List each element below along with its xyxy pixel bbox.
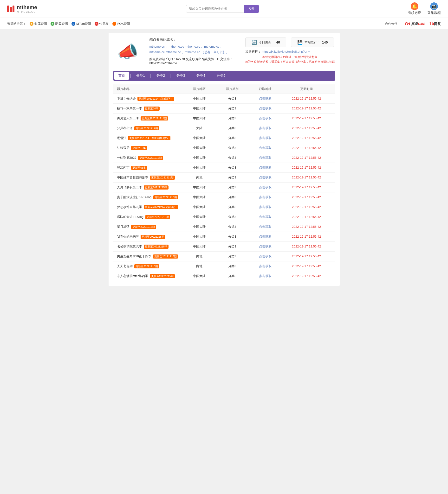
row-type-0: 分类3 [216, 97, 249, 101]
row-link-anchor-10[interactable]: 点击获取 [259, 195, 271, 199]
row-title-17: 天天七点钟 更新至20221215期 [117, 264, 183, 268]
row-link-anchor-4[interactable]: 点击获取 [259, 136, 271, 140]
row-link-anchor-3[interactable]: 点击获取 [259, 126, 271, 130]
row-badge-0: 更新至20221214（第6期下） [138, 97, 174, 101]
row-badge-18: 更新至20221215期 [150, 274, 175, 278]
stat-today: 🔄 今日更新： 40 [245, 37, 286, 47]
row-link-0[interactable]: 点击获取 [249, 97, 282, 101]
row-title-text-16: 男生女生向前冲第十四季 [117, 254, 152, 258]
row-title-text-8: 中国好声音越剧特别季 [117, 175, 148, 179]
resource-item-kudou[interactable]: ▶ 酷豆资源 [51, 22, 68, 26]
nav-cat4[interactable]: 分类4 [192, 71, 210, 81]
row-link-anchor-9[interactable]: 点击获取 [259, 185, 271, 189]
nav-cat1[interactable]: 分类1 [131, 71, 150, 81]
row-link-anchor-17[interactable]: 点击获取 [259, 264, 271, 268]
nav-sep-2: | [150, 74, 152, 78]
site-links: mtheme.cc 、mtheme.cc mtheme.cc 、mtheme.c… [150, 44, 238, 55]
table-row: 下班！去约会 更新至20221214（第6期下） 中国大陆 分类3 点击获取 2… [113, 94, 335, 104]
row-link-anchor-1[interactable]: 点击获取 [259, 107, 271, 110]
row-link-3[interactable]: 点击获取 [249, 126, 282, 130]
resource-item-kuaijing[interactable]: K 快竞技 [95, 22, 109, 26]
row-region-16: 内地 [183, 254, 216, 259]
nav-cat3[interactable]: 分类3 [172, 71, 190, 81]
row-link-18[interactable]: 点击获取 [249, 274, 282, 278]
row-link-anchor-8[interactable]: 点击获取 [259, 175, 271, 179]
row-link-anchor-5[interactable]: 点击获取 [259, 146, 271, 149]
nav-home[interactable]: 首页 [114, 72, 129, 80]
partner-t5[interactable]: T5网复 [429, 21, 441, 26]
cdn-area: 加速解析： https://jx.kujiexi.net/m3u8.php?ur… [245, 49, 335, 54]
row-time-9: 2022-12-17 12:55:42 [282, 185, 331, 189]
row-link-9[interactable]: 点击获取 [249, 185, 282, 189]
row-link-anchor-0[interactable]: 点击获取 [259, 97, 271, 100]
row-link-12[interactable]: 点击获取 [249, 215, 282, 219]
row-link-14[interactable]: 点击获取 [249, 235, 282, 239]
row-link-6[interactable]: 点击获取 [249, 156, 282, 160]
row-link-2[interactable]: 点击获取 [249, 116, 282, 121]
row-type-3: 分类3 [216, 126, 249, 130]
row-time-0: 2022-12-17 12:55:42 [282, 97, 331, 100]
row-link-anchor-12[interactable]: 点击获取 [259, 215, 271, 219]
row-time-11: 2022-12-17 12:55:42 [282, 205, 331, 209]
row-link-1[interactable]: 点击获取 [249, 106, 282, 111]
row-link-anchor-14[interactable]: 点击获取 [259, 235, 271, 238]
row-link-anchor-18[interactable]: 点击获取 [259, 274, 271, 278]
row-link-13[interactable]: 点击获取 [249, 225, 282, 229]
row-title-6: 一站到底2022 更新至20221212期 [117, 156, 183, 160]
logo-bar-2 [10, 7, 12, 12]
cdn-notice-1: 本站使用国内CDN加速，速度快到无法想象 [245, 55, 335, 59]
row-link-16[interactable]: 点击获取 [249, 254, 282, 259]
row-badge-12: 更新至20221215期 [145, 215, 170, 219]
row-time-18: 2022-12-17 12:55:42 [282, 274, 331, 278]
today-label: 今日更新： [259, 40, 274, 45]
row-title-text-18: 令人心动的offer第四季 [117, 274, 148, 278]
row-region-10: 中国大陆 [183, 195, 216, 199]
cdn-link[interactable]: https://jx.kujiexi.net/m3u8.php?url= [262, 50, 310, 53]
row-link-8[interactable]: 点击获取 [249, 175, 282, 180]
resource-item-fox[interactable]: F FOX资源 [112, 22, 130, 26]
row-badge-10: 更新至20221215期 [153, 195, 178, 199]
megaphone-icon: 📣 [117, 42, 138, 62]
row-link-4[interactable]: 点击获取 [249, 136, 282, 140]
row-link-anchor-2[interactable]: 点击获取 [259, 116, 271, 120]
row-title-text-9: 大湾仔的夜第二季 [117, 185, 142, 189]
kudou-dot: ▶ [51, 22, 54, 26]
today-value: 40 [276, 40, 280, 44]
row-link-11[interactable]: 点击获取 [249, 205, 282, 209]
row-link-anchor-16[interactable]: 点击获取 [259, 254, 271, 258]
row-link-15[interactable]: 点击获取 [249, 244, 282, 249]
row-link-anchor-13[interactable]: 点击获取 [259, 225, 271, 228]
row-link-7[interactable]: 点击获取 [249, 165, 282, 170]
partner-yh[interactable]: YH 英皇CMS [404, 21, 425, 26]
row-badge-4: 更新至20221214（第36期加更2） [128, 136, 170, 140]
row-link-anchor-6[interactable]: 点击获取 [259, 156, 271, 160]
row-badge-16: 更新至20221215期 [153, 254, 178, 259]
row-title-text-10: 妻子的浪漫旅行6 PDvlog [117, 195, 152, 199]
row-link-17[interactable]: 点击获取 [249, 264, 282, 268]
row-type-12: 分类3 [216, 215, 249, 219]
resource-left: 资源站推荐： ▶ 影库资源 ▶ 酷豆资源 M MTom资源 K 快竞技 F FO… [7, 22, 130, 26]
resource-item-mtom[interactable]: M MTom资源 [72, 22, 91, 26]
table-row: 再见爱人第二季 更新至第20221214期 中国大陆 分类3 点击获取 2022… [113, 113, 335, 124]
table-row: 天天七点钟 更新至20221215期 内地 分类3 点击获取 2022-12-1… [113, 261, 335, 271]
row-link-anchor-7[interactable]: 点击获取 [259, 166, 271, 169]
resource-item-yingku[interactable]: ▶ 影库资源 [30, 22, 47, 26]
row-badge-3: 更新至20221214期 [134, 126, 159, 130]
logo-icon [7, 6, 14, 12]
row-link-5[interactable]: 点击获取 [249, 146, 282, 150]
search-button[interactable]: 搜索 [244, 5, 259, 13]
cdn-label: 加速解析： [245, 50, 261, 53]
nav-cat2[interactable]: 分类2 [152, 71, 170, 81]
row-link-10[interactable]: 点击获取 [249, 195, 282, 199]
row-link-anchor-11[interactable]: 点击获取 [259, 205, 271, 209]
site-qq: 酷点资源站长QQ：62778 交流QQ群: 酷点资源 TG 交流群：https:… [150, 57, 238, 65]
row-type-8: 分类3 [216, 175, 249, 180]
nav-caiji[interactable]: 📷 采集教程 [427, 2, 441, 15]
table-row: 令人心动的offer第四季 更新至20221215期 中国大陆 分类3 点击获取… [113, 271, 335, 281]
search-input[interactable] [186, 5, 244, 12]
table-row: 中国好声音越剧特别季 更新至20221211期 内地 分类3 点击获取 2022… [113, 173, 335, 183]
nav-cat5[interactable]: 分类5 [212, 71, 230, 81]
nav-youqiu[interactable]: 🔔 有求必应 [408, 2, 421, 15]
row-link-anchor-15[interactable]: 点击获取 [259, 245, 271, 248]
table-row: 一站到底2022 更新至20221212期 中国大陆 分类3 点击获取 2022… [113, 153, 335, 163]
